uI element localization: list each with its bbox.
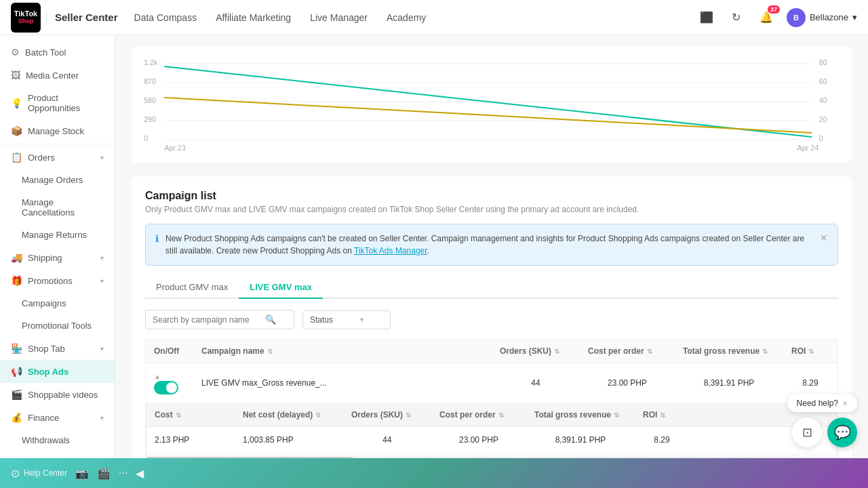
sidebar-item-label: Shoppable videos [28,390,98,400]
tiktok-ads-manager-link[interactable]: TikTok Ads Manager [354,246,427,256]
sub-th-cost[interactable]: Cost ⇅ [146,403,235,426]
th-campaign-name[interactable]: Campaign name ⇅ [193,340,492,363]
user-avatar-area[interactable]: B Bellazone ▾ [787,8,857,27]
scan-icon: ⊡ [802,425,812,440]
search-box[interactable]: 🔍 [145,310,294,329]
sub-th-cost-per-order[interactable]: Cost per order ⇅ [431,403,526,426]
campaign-tabs: Product GMV max LIVE GMV max [145,277,838,299]
notification-icon[interactable]: 🔔 37 [757,8,776,27]
th-on-off: On/Off [146,340,193,363]
search-input[interactable] [153,315,261,325]
chart-wrapper: 1.2k 870 580 290 0 80 60 40 20 0 [142,57,841,152]
th-orders-sku[interactable]: Orders (SKU) ⇅ [492,340,580,363]
sort-orders-icon: ⇅ [554,348,559,355]
sidebar-item-orders[interactable]: 📋 Orders ▾ [0,146,115,169]
sub-table-row: 2.13 PHP 1,003.85 PHP 44 23.00 PHP 8,391… [146,427,837,453]
shop-text: Shop [18,18,34,24]
th-total-gross-revenue[interactable]: Total gross revenue ⇅ [675,340,783,363]
sidebar-item-media-center[interactable]: 🖼 Media Center [0,64,115,87]
status-dropdown[interactable]: Status ▾ [302,310,391,329]
shipping-icon: 🚚 [11,252,22,263]
info-close-button[interactable]: ✕ [820,232,828,243]
th-cost-per-order[interactable]: Cost per order ⇅ [580,340,675,363]
campaign-list-title: Campaign list [145,190,838,202]
campaign-list-section: Campaign list Only Product GMV max and L… [132,176,852,488]
need-help-close-button[interactable]: ✕ [842,400,848,407]
bottom-bar-camera[interactable]: 📷 [75,467,89,480]
campaign-list-subtitle: Only Product GMV max and LIVE GMV max ca… [145,205,838,214]
bottom-bar-back[interactable]: ◀ [136,467,144,480]
help-bubble: Need help? ✕ ⊡ 💬 [787,394,857,447]
td-roi: 8.29 [783,370,837,396]
svg-text:580: 580 [144,97,156,104]
tab-live-gmv-max[interactable]: LIVE GMV max [239,277,323,299]
sidebar-item-campaigns[interactable]: Campaigns [0,292,115,314]
sidebar-item-manage-orders[interactable]: Manage Orders [0,169,115,191]
need-help-label: Need help? ✕ [787,394,857,412]
chat-button[interactable]: 💬 [827,418,857,447]
bottom-bar-more[interactable]: ··· [119,467,127,479]
sidebar-item-shop-ads[interactable]: 📢 Shop Ads [0,360,115,383]
sidebar-item-shop-tab[interactable]: 🏪 Shop Tab ▾ [0,337,115,360]
svg-text:Apr 23: Apr 23 [164,144,186,152]
tab-product-gmv-max[interactable]: Product GMV max [145,277,239,299]
refresh-icon[interactable]: ↻ [727,8,746,27]
bottom-bar-help-center[interactable]: ⊙ Help Center [11,467,67,480]
sidebar-item-product-opportunities[interactable]: 💡 Product Opportunities [0,87,115,119]
sidebar-item-label: Withdrawals [22,435,70,445]
chat-icon: 💬 [834,424,851,441]
sidebar-item-manage-stock[interactable]: 📦 Manage Stock [0,119,115,142]
nav-affiliate-marketing[interactable]: Affiliate Marketing [216,9,291,26]
user-name: Bellazone [810,12,848,22]
promotions-chevron-icon: ▾ [100,277,104,285]
orders-icon: 📋 [11,152,22,163]
sidebar-item-label: Shop Ads [28,367,68,377]
help-center-icon: ⊙ [11,467,20,480]
sidebar-item-label: Promotional Tools [22,321,92,331]
sidebar-item-promotional-tools[interactable]: Promotional Tools [0,314,115,337]
sidebar-item-withdrawals[interactable]: Withdrawals [0,429,115,451]
shop-tab-icon: 🏪 [11,343,22,354]
scan-button[interactable]: ⊡ [792,418,822,447]
expand-row-icon[interactable]: ▲ [154,373,161,380]
sub-table-container: Cost ⇅ Net cost (delayed) ⇅ Orders (SKU)… [146,403,837,462]
notification-badge: 37 [768,5,780,14]
sub-td-cost: 2.13 PHP [146,427,235,453]
info-banner: ℹ New Product Shopping Ads campaigns can… [145,224,838,266]
status-label: Status [310,315,333,325]
sidebar-item-shipping[interactable]: 🚚 Shipping ▾ [0,246,115,269]
sub-td-cost-per-order: 23.00 PHP [431,427,526,453]
sort-campaign-name-icon: ⇅ [267,348,273,355]
logo-area[interactable]: TikTok Shop Seller Center [11,3,118,33]
promotions-icon: 🎁 [11,275,22,286]
th-roi[interactable]: ROI ⇅ [783,340,837,363]
sidebar-item-manage-cancellations[interactable]: Manage Cancellations [0,191,115,224]
nav-data-compass[interactable]: Data Compass [134,9,197,26]
sort-sub-cost-order-icon: ⇅ [498,411,504,419]
media-center-icon: 🖼 [11,70,20,81]
sub-th-net-cost[interactable]: Net cost (delayed) ⇅ [235,403,343,426]
sidebar-item-batch-tool[interactable]: ⚙ Batch Tool [0,41,115,64]
content-area: 1.2k 870 580 290 0 80 60 40 20 0 [115,35,868,488]
svg-text:290: 290 [144,116,156,123]
bottom-bar-video[interactable]: 🎬 [97,467,111,480]
sidebar-item-finance[interactable]: 💰 Finance ▾ [0,406,115,429]
video-icon: 🎬 [97,467,111,480]
sidebar-item-manage-returns[interactable]: Manage Returns [0,224,115,246]
performance-chart: 1.2k 870 580 290 0 80 60 40 20 0 [142,57,841,152]
sidebar-item-promotions[interactable]: 🎁 Promotions ▾ [0,269,115,292]
sub-th-roi[interactable]: ROI ⇅ [635,403,689,426]
sidebar-item-label: Batch Tool [25,47,66,58]
sub-th-orders-sku[interactable]: Orders (SKU) ⇅ [343,403,431,426]
nav-academy[interactable]: Academy [387,9,426,26]
sidebar-item-shoppable-videos[interactable]: 🎬 Shoppable videos [0,383,115,406]
svg-text:80: 80 [819,59,827,66]
main-layout: ⚙ Batch Tool 🖼 Media Center 💡 Product Op… [0,35,868,488]
tiktok-text: TikTok [14,10,37,18]
orders-section: 📋 Orders ▾ Manage Orders Manage Cancella… [0,144,115,246]
sidebar-item-label: Product Opportunities [28,93,104,113]
campaign-toggle[interactable] [154,381,178,394]
sub-th-gross-revenue[interactable]: Total gross revenue ⇅ [526,403,635,426]
screen-icon[interactable]: ⬛ [697,8,716,27]
nav-live-manager[interactable]: Live Manager [310,9,368,26]
